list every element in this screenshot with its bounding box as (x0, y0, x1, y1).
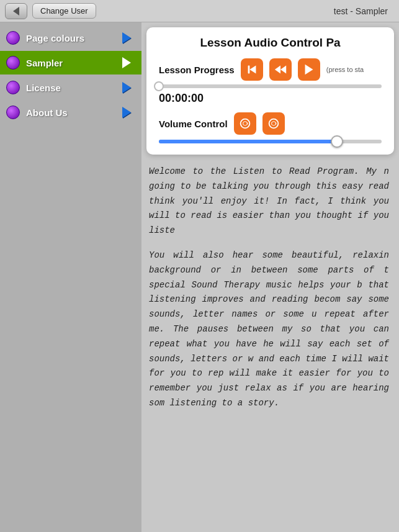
top-bar-title: test - Sampler (101, 6, 394, 16)
svg-point-8 (272, 122, 276, 125)
top-bar: Change User test - Sampler (0, 0, 399, 22)
sidebar-arrow-about-us (118, 106, 135, 119)
progress-slider-row[interactable] (159, 84, 382, 88)
white-arrow-icon (122, 57, 131, 68)
rewind-icon (274, 63, 287, 76)
text-paragraph-2: You will also hear some beautiful, relax… (149, 248, 389, 411)
sidebar-item-page-colours[interactable]: Page colours (0, 26, 141, 50)
volume-slider-fill (159, 140, 337, 143)
svg-rect-0 (248, 66, 249, 74)
lesson-progress-label: Lesson Progress (159, 65, 235, 75)
sidebar-item-sampler[interactable]: Sampler (0, 51, 141, 74)
sidebar: Page colours Sampler License About Us (0, 22, 141, 532)
audio-panel-title: Lesson Audio Control Pa (159, 36, 382, 50)
svg-marker-3 (275, 66, 280, 74)
text-paragraph-1: Welcome to the Listen to Read Program. M… (149, 165, 389, 238)
sidebar-arrow-license (118, 81, 135, 94)
back-button[interactable] (5, 3, 27, 19)
lesson-progress-row: Lesson Progress (159, 58, 382, 81)
sidebar-label-sampler: Sampler (26, 58, 112, 68)
rewind-button[interactable] (269, 58, 292, 81)
volume-slider-row[interactable] (159, 140, 382, 143)
sidebar-bullet-sampler (6, 56, 20, 70)
svg-marker-1 (249, 66, 256, 74)
volume-control-row: Volume Control (159, 112, 382, 135)
press-to-start-label: (press to sta (326, 66, 364, 73)
content-area: Lesson Audio Control Pa Lesson Progress (141, 22, 399, 532)
sidebar-label-about-us: About Us (26, 107, 112, 118)
volume-down-icon (238, 117, 252, 130)
play-icon (302, 63, 316, 76)
svg-marker-2 (280, 66, 286, 74)
time-display: 00:00:00 (159, 92, 382, 105)
volume-down-button[interactable] (234, 112, 256, 135)
sidebar-item-about-us[interactable]: About Us (0, 101, 141, 124)
progress-slider-track[interactable] (159, 84, 382, 88)
audio-panel: Lesson Audio Control Pa Lesson Progress (146, 27, 394, 155)
skip-to-start-button[interactable] (241, 58, 263, 81)
sidebar-item-license[interactable]: License (0, 76, 141, 99)
svg-marker-4 (305, 65, 313, 75)
sidebar-label-page-colours: Page colours (26, 33, 112, 43)
volume-up-icon (267, 117, 280, 130)
sidebar-bullet-license (6, 81, 20, 94)
svg-point-6 (243, 122, 247, 125)
change-user-button[interactable]: Change User (32, 3, 96, 19)
volume-control-label: Volume Control (159, 119, 228, 129)
text-content-area[interactable]: Welcome to the Listen to Read Program. M… (141, 160, 399, 532)
volume-slider-track[interactable] (159, 140, 382, 143)
sidebar-arrow-sampler (118, 56, 135, 70)
blue-arrow-icon-license (122, 82, 131, 93)
main-layout: Page colours Sampler License About Us (0, 22, 399, 532)
sidebar-bullet-about-us (6, 106, 20, 119)
progress-slider-thumb[interactable] (154, 81, 164, 91)
sidebar-arrow-page-colours (118, 31, 135, 45)
play-button[interactable] (298, 58, 320, 81)
sidebar-label-license: License (26, 83, 112, 93)
skip-start-icon (245, 63, 259, 76)
back-arrow-icon (13, 7, 19, 16)
volume-up-button[interactable] (262, 112, 285, 135)
blue-arrow-icon (122, 32, 131, 43)
volume-slider-thumb[interactable] (331, 135, 343, 148)
sidebar-bullet-page-colours (6, 31, 20, 45)
blue-arrow-icon-about-us (122, 107, 131, 118)
